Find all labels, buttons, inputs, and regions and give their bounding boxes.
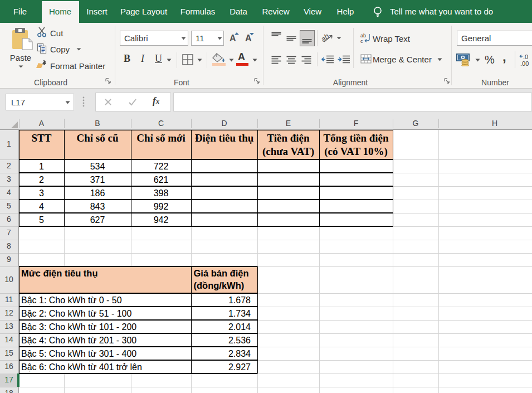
svg-text:.00: .00 [520,60,529,67]
svg-text:c: c [360,38,363,43]
svg-text:ab: ab [360,33,366,38]
svg-text:.0: .0 [523,54,528,60]
